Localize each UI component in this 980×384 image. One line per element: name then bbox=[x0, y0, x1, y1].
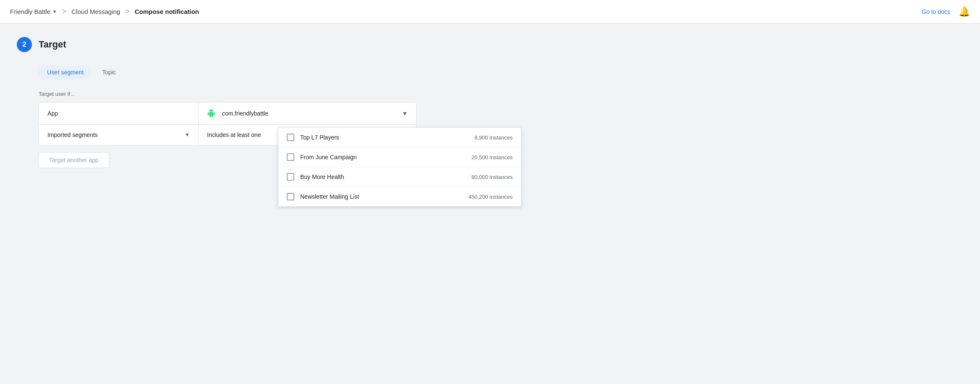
dropdown-item-1[interactable]: From June Campaign 20,500 instances bbox=[278, 147, 521, 167]
breadcrumb-section: Cloud Messaging bbox=[71, 8, 120, 15]
tab-topic[interactable]: Topic bbox=[94, 66, 124, 79]
app-chevron-icon: ▼ bbox=[52, 9, 57, 15]
dropdown-item-count-0: 8,900 instances bbox=[474, 134, 513, 141]
app-criteria-row: App com.friendlybattle ▼ bbox=[39, 103, 416, 125]
breadcrumb-current: Compose notification bbox=[135, 8, 199, 15]
app-dropdown-arrow-icon[interactable]: ▼ bbox=[402, 110, 408, 117]
step-title: Target bbox=[39, 39, 66, 50]
segments-dropdown-arrow-icon: ▼ bbox=[185, 132, 190, 138]
app-name-button[interactable]: Friendly Battle ▼ bbox=[10, 8, 57, 15]
target-tab-group: User segment Topic bbox=[39, 66, 571, 79]
app-row-value[interactable]: com.friendlybattle ▼ bbox=[199, 103, 416, 124]
dropdown-item-2[interactable]: Buy More Health 80,000 instances bbox=[278, 167, 521, 187]
dropdown-item-label-2: Buy More Health bbox=[300, 174, 472, 180]
go-to-docs-link[interactable]: Go to docs bbox=[922, 8, 950, 15]
segments-label-container[interactable]: Imported segments ▼ bbox=[47, 132, 190, 138]
dropdown-item-3[interactable]: Newsletter Mailing List 450,200 instance… bbox=[278, 187, 521, 206]
segments-dropdown-panel: Top L7 Players 8,900 instances From June… bbox=[278, 127, 521, 207]
dropdown-checkbox-2[interactable] bbox=[287, 173, 294, 181]
dropdown-item-0[interactable]: Top L7 Players 8,900 instances bbox=[278, 128, 521, 147]
dropdown-checkbox-1[interactable] bbox=[287, 153, 294, 161]
dropdown-item-count-1: 20,500 instances bbox=[472, 154, 513, 160]
dropdown-checkbox-3[interactable] bbox=[287, 193, 294, 200]
target-another-app-button[interactable]: Target another app bbox=[39, 152, 109, 168]
dropdown-item-label-0: Top L7 Players bbox=[300, 134, 474, 141]
topbar: Friendly Battle ▼ > Cloud Messaging > Co… bbox=[0, 0, 980, 24]
dropdown-item-label-1: From June Campaign bbox=[300, 154, 472, 160]
topbar-right: Go to docs 🔔 bbox=[922, 6, 970, 17]
step-header: 2 Target bbox=[17, 37, 571, 52]
segments-row-label: Imported segments ▼ bbox=[39, 125, 199, 145]
app-row-label: App bbox=[39, 103, 199, 124]
app-id-value: com.friendlybattle bbox=[222, 110, 268, 117]
notification-bell-icon[interactable]: 🔔 bbox=[959, 6, 970, 17]
app-name-label: Friendly Battle bbox=[10, 8, 50, 15]
android-icon bbox=[207, 109, 215, 118]
target-section: Target user if... App com.friendlybattle bbox=[39, 91, 571, 168]
topbar-left: Friendly Battle ▼ > Cloud Messaging > Co… bbox=[10, 7, 199, 16]
dropdown-item-count-3: 450,200 instances bbox=[468, 194, 513, 200]
step-number-badge: 2 bbox=[17, 37, 32, 52]
breadcrumb-separator-2: > bbox=[125, 7, 130, 16]
criteria-table-wrapper: App com.friendlybattle ▼ bbox=[39, 102, 571, 145]
breadcrumb-separator-1: > bbox=[62, 7, 67, 16]
target-user-label: Target user if... bbox=[39, 91, 571, 97]
dropdown-item-label-3: Newsletter Mailing List bbox=[300, 193, 468, 200]
dropdown-item-count-2: 80,000 instances bbox=[472, 174, 513, 180]
dropdown-checkbox-0[interactable] bbox=[287, 134, 294, 141]
tab-user-segment[interactable]: User segment bbox=[39, 66, 92, 79]
main-content: 2 Target User segment Topic Target user … bbox=[0, 24, 588, 181]
